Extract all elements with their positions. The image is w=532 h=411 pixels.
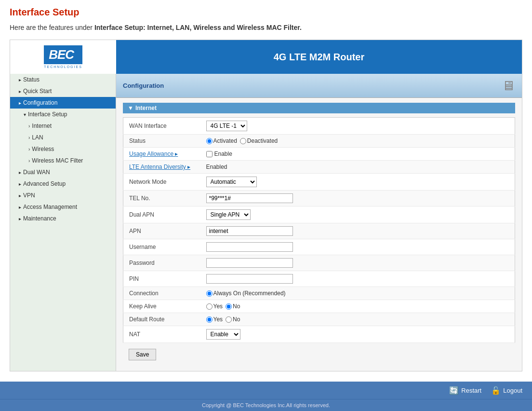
sidebar-item-wireless-mac[interactable]: › Wireless MAC Filter [10,155,116,166]
username-label: Username [123,239,200,255]
sidebar-item-advanced[interactable]: ▸ Advanced Setup [10,178,116,190]
arrow-icon: ▸ [19,205,21,210]
lte-antenna-link[interactable]: LTE Antenna Diversity ▸ [129,164,190,170]
pin-input[interactable] [206,274,293,284]
usage-allowance-checkbox[interactable] [206,151,213,157]
tel-label: TEL No. [123,191,200,206]
always-on-label[interactable]: Always On (Recommended) [206,290,286,297]
username-input[interactable] [206,242,293,252]
sidebar-item-access-mgmt[interactable]: ▸ Access Management [10,201,116,213]
activated-radio[interactable] [206,138,213,144]
deactivated-radio[interactable] [240,138,246,144]
usage-allowance-link[interactable]: Usage Allowance ▸ [129,151,178,157]
activated-label[interactable]: Activated [206,137,237,144]
default-route-no-label[interactable]: No [226,316,240,323]
table-row: PIN [123,271,515,287]
default-route-label: Default Route [123,313,200,326]
network-mode-select[interactable]: Automatic LTE Only WCDMA Only [206,177,257,187]
intro-static: Here are the features under [10,24,93,31]
password-label: Password [123,255,200,271]
arrow-icon: › [28,147,30,152]
main-content: Configuration 🖥 ▼ Internet WAN Interface [116,74,522,371]
always-on-radio[interactable] [206,290,213,297]
sidebar-label: Advanced Setup [23,180,66,187]
section-title: Internet [135,105,157,111]
restart-action[interactable]: 🔄 Restart [449,386,481,395]
sidebar-label: Configuration [23,99,57,106]
nat-select[interactable]: Enable Disable [206,329,240,340]
logout-label: Logout [503,387,522,394]
save-row: Save [123,343,515,366]
keep-alive-no-radio[interactable] [226,303,232,310]
section-content: ▼ Internet WAN Interface 4G LTE -1 4G LT… [116,98,522,371]
sidebar-item-interface-setup[interactable]: ▾ Interface Setup [10,109,116,120]
logout-action[interactable]: 🔓 Logout [491,386,522,395]
apn-input[interactable] [206,226,293,236]
restart-icon: 🔄 [449,386,459,395]
status-label: Status [123,135,200,148]
sidebar-item-vpn[interactable]: ▸ VPN [10,190,116,201]
usage-allowance-checkbox-label[interactable]: Enable [206,151,509,157]
lte-antenna-label[interactable]: LTE Antenna Diversity ▸ [123,161,200,174]
wan-interface-select[interactable]: 4G LTE -1 4G LTE -2 [206,121,247,131]
save-button[interactable]: Save [129,349,156,360]
connection-label: Connection [123,287,200,300]
form-table: WAN Interface 4G LTE -1 4G LTE -2 Status [123,117,515,343]
arrow-icon: ▸ [19,181,21,187]
logo-main: BEC [49,47,74,62]
nat-label: NAT [123,326,200,343]
arrow-icon: ▸ [19,100,21,106]
keep-alive-yes-radio[interactable] [206,303,213,310]
intro-bold: Interface Setup: Internet, LAN, Wireless… [94,24,302,31]
sidebar-label: Status [23,76,40,83]
arrow-icon: ▸ [19,170,21,175]
keep-alive-yes-text: Yes [213,303,223,310]
arrow-icon: › [28,123,30,129]
default-route-yes-radio[interactable] [206,316,213,323]
sidebar-item-maintenance[interactable]: ▸ Maintenance [10,213,116,224]
sidebar-item-dual-wan[interactable]: ▸ Dual WAN [10,166,116,178]
arrow-icon: ▸ [19,89,21,94]
username-cell [200,239,515,255]
sidebar-label: Quick Start [23,88,52,95]
usage-allowance-label[interactable]: Usage Allowance ▸ [123,148,200,161]
keep-alive-cell: Yes No [200,300,515,313]
default-route-no-radio[interactable] [226,316,232,323]
router-ui: BEC TECHNOLOGIES 4G LTE M2M Router ▸ Sta… [10,40,522,371]
default-route-radio-group: Yes No [206,316,509,323]
keep-alive-yes-label[interactable]: No [226,303,240,310]
status-radio-group: Activated Deactivated [206,137,509,144]
default-route-yes-label[interactable]: Yes [206,316,223,323]
sidebar-item-quickstart[interactable]: ▸ Quick Start [10,85,116,97]
sidebar-item-lan[interactable]: › LAN [10,132,116,143]
connection-cell: Always On (Recommended) [200,287,515,300]
arrow-icon: ▾ [24,112,26,117]
footer: 🔄 Restart 🔓 Logout [0,382,532,399]
router-header: BEC TECHNOLOGIES 4G LTE M2M Router [10,40,522,74]
table-row: Default Route Yes [123,313,515,326]
sidebar-label: Access Management [23,204,77,210]
default-route-yes-text: Yes [213,316,223,323]
restart-label: Restart [461,387,481,394]
logo: BEC TECHNOLOGIES [44,45,82,68]
table-row: Username [123,239,515,255]
sidebar-item-internet[interactable]: › Internet [10,120,116,132]
apn-cell [200,223,515,239]
sidebar-item-wireless[interactable]: › Wireless [10,143,116,155]
dual-apn-label: Dual APN [123,206,200,223]
password-input[interactable] [206,258,293,268]
top-content: Interface Setup Here are the features un… [0,0,532,382]
keep-alive-no-label[interactable]: Yes [206,303,223,310]
sidebar-item-configuration[interactable]: ▸ Configuration [10,97,116,109]
sidebar-label: VPN [23,192,35,199]
activated-text: Activated [213,137,237,144]
default-route-cell: Yes No [200,313,515,326]
table-row: Usage Allowance ▸ Enable [123,148,515,161]
sidebar-item-status[interactable]: ▸ Status [10,74,116,85]
sidebar-label: Dual WAN [23,169,50,176]
tel-input[interactable] [206,193,293,203]
page-title: Interface Setup [10,7,522,18]
deactivated-label[interactable]: Deactivated [240,137,278,144]
sidebar-label: Internet [32,123,52,129]
dual-apn-select[interactable]: Single APN Dual APN [206,209,251,220]
